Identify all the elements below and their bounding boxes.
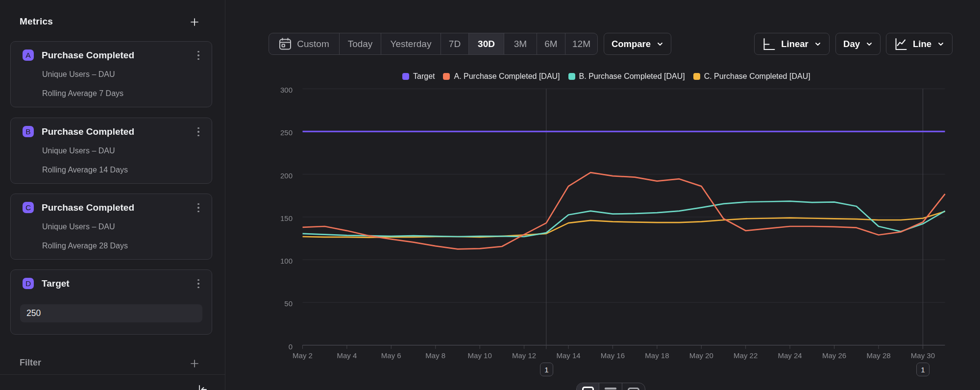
svg-text:May 14: May 14 [556, 351, 580, 360]
svg-text:May 18: May 18 [645, 351, 669, 360]
svg-text:May 22: May 22 [734, 351, 758, 360]
svg-text:May 12: May 12 [512, 351, 536, 360]
svg-text:May 10: May 10 [468, 351, 492, 360]
svg-text:250: 250 [280, 128, 293, 137]
svg-text:150: 150 [280, 214, 293, 222]
svg-text:May 8: May 8 [425, 351, 445, 360]
svg-text:May 30: May 30 [911, 351, 935, 360]
svg-text:May 4: May 4 [337, 351, 357, 360]
svg-text:May 2: May 2 [293, 351, 313, 360]
svg-text:0: 0 [289, 342, 293, 351]
svg-text:May 16: May 16 [601, 351, 625, 360]
svg-text:100: 100 [280, 257, 293, 265]
svg-text:May 6: May 6 [381, 351, 401, 360]
svg-text:200: 200 [280, 171, 293, 180]
svg-text:May 24: May 24 [778, 351, 802, 360]
svg-text:May 26: May 26 [822, 351, 846, 360]
svg-text:50: 50 [284, 299, 293, 308]
svg-text:May 28: May 28 [866, 351, 890, 360]
svg-text:May 20: May 20 [689, 351, 713, 360]
svg-text:300: 300 [280, 86, 293, 94]
